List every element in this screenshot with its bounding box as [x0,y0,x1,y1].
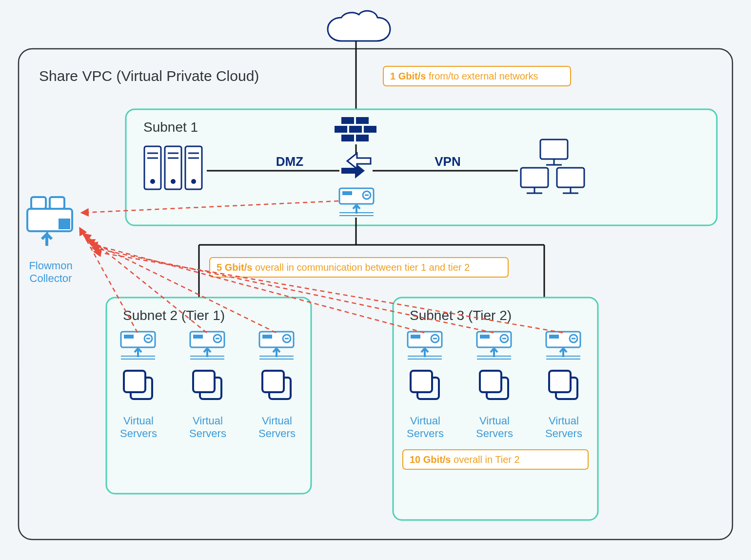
svg-text:Servers: Servers [120,427,157,440]
svg-text:Virtual: Virtual [123,415,154,427]
subnet1-box [126,109,717,225]
svg-text:Servers: Servers [258,427,296,440]
dmz-servers-icon [144,146,202,189]
svg-rect-32 [521,168,548,187]
svg-point-28 [191,179,196,184]
subnet2-box [106,298,311,494]
vs-s3-1: VirtualServers [407,332,444,440]
badge-tier2: 10 Gbit/s overall in Tier 2 [403,450,588,469]
collector-label1: Flowmon [29,260,72,272]
collector-label2: Collector [30,272,72,284]
svg-text:Servers: Servers [545,427,582,440]
svg-text:Servers: Servers [407,427,444,440]
flowmon-collector-icon [27,197,72,246]
svg-text:10 Gbit/s overall in Tier 2: 10 Gbit/s overall in Tier 2 [410,454,520,465]
vs-s2-1: VirtualServers [120,332,157,440]
svg-text:5 Gbit/s overall in communicat: 5 Gbit/s overall in communication betwee… [217,262,470,273]
svg-rect-35 [557,168,584,187]
svg-rect-29 [540,140,568,159]
subnet1-title: Subnet 1 [143,120,198,135]
svg-text:Servers: Servers [476,427,513,440]
svg-text:1 Gbit/s from/to external netw: 1 Gbit/s from/to external networks [390,71,538,81]
svg-text:Virtual: Virtual [193,415,223,427]
svg-rect-47 [59,219,70,229]
svg-rect-7 [341,117,354,124]
svg-text:Servers: Servers [189,427,226,440]
svg-rect-12 [341,135,354,141]
svg-rect-46 [50,197,64,209]
vs-s3-2: VirtualServers [476,332,513,440]
svg-text:Virtual: Virtual [262,415,292,427]
svg-point-20 [150,179,155,184]
svg-point-24 [171,179,176,184]
svg-rect-13 [356,135,369,141]
svg-rect-9 [335,126,347,133]
vs-s2-3: VirtualServers [258,332,296,440]
svg-text:Virtual: Virtual [410,415,440,427]
subnet2-title: Subnet 2 (Tier 1) [123,308,225,323]
svg-text:Virtual: Virtual [479,415,510,427]
svg-text:Virtual: Virtual [549,415,579,427]
svg-rect-10 [349,126,362,133]
dmz-label: DMZ [276,154,303,169]
svg-rect-11 [364,126,376,133]
vs-s3-3: VirtualServers [545,332,582,440]
vpn-label: VPN [435,154,460,169]
cloud-icon [328,11,390,41]
diagram-canvas: Share VPC (Virtual Private Cloud) 1 Gbit… [0,0,751,560]
svg-rect-8 [356,117,369,124]
subnet3-box [393,298,598,520]
badge-external: 1 Gbit/s from/to external networks [383,66,571,86]
vs-s2-2: VirtualServers [189,332,226,440]
svg-rect-45 [31,197,46,209]
vpc-title: Share VPC (Virtual Private Cloud) [39,68,259,84]
badge-tier12: 5 Gbit/s overall in communication betwee… [210,258,508,277]
